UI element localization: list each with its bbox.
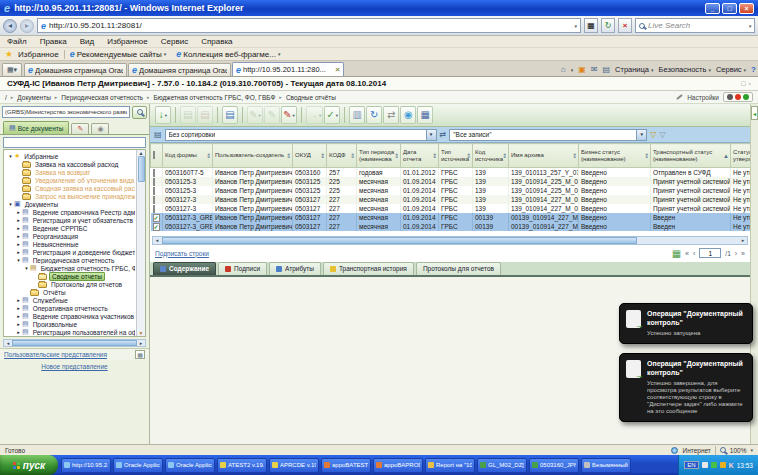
user-views-link[interactable]: Пользовательские представления <box>4 351 107 358</box>
taskbar-button[interactable]: APRCDE v.19... <box>269 458 319 473</box>
sort-icon[interactable]: ⇕ <box>286 152 291 159</box>
tree-expander-icon[interactable]: ▸ <box>15 217 22 223</box>
command-bar-item[interactable]: Безопасность▾ <box>659 65 711 74</box>
close-tab-icon[interactable]: × <box>335 65 340 74</box>
compatibility-button[interactable]: ▦ <box>584 18 598 33</box>
tree-item[interactable]: Заявка на кассовый расход <box>5 160 135 168</box>
row-checkbox[interactable] <box>153 196 155 204</box>
tree-item[interactable]: Сводная заявка на кассовый расход <box>5 184 135 192</box>
favorites-item[interactable]: eРекомендуемые сайты▾ <box>70 50 167 59</box>
taskbar-button[interactable]: 0503160_JPNG... <box>529 458 579 473</box>
language-indicator[interactable]: EN <box>684 461 698 469</box>
column-header[interactable]: Статус утвержд <box>731 144 751 168</box>
taskbar-button[interactable]: ATEST2 v.19.3... <box>217 458 267 473</box>
menu-item[interactable]: Избранное <box>107 37 148 46</box>
sort-icon[interactable]: ▲ <box>723 152 729 159</box>
settings-link[interactable]: Настройки <box>687 94 719 101</box>
tree-item[interactable]: ▸Регистрация и учет обязательств <box>5 216 135 224</box>
tree-expander-icon[interactable]: ▸ <box>15 249 22 255</box>
tree-item[interactable]: ▸Реорганизация <box>5 232 135 240</box>
detail-tab[interactable]: Протоколы для отчетов <box>416 262 501 275</box>
mail-icon[interactable]: ✉ <box>591 65 598 74</box>
tab-settings-icon[interactable]: ◉ <box>91 123 109 134</box>
start-button[interactable]: пуск <box>0 455 58 475</box>
menu-item[interactable]: Вид <box>80 37 94 46</box>
detail-tab[interactable]: Атрибуты <box>269 262 321 275</box>
sort-icon[interactable]: ⇕ <box>432 152 437 159</box>
table-row[interactable]: 0503125-3Иванов Петр Дмитриевич050312522… <box>151 186 751 195</box>
browser-tab[interactable]: eДомашняя страница Oracle ... <box>128 63 231 76</box>
tree-item[interactable]: Сводные отчеты <box>5 272 135 280</box>
column-header[interactable]: Тип периода (наименова⇕ <box>357 144 401 168</box>
views-grid-icon[interactable]: ▦ <box>135 350 145 359</box>
remove-sign-icon[interactable]: ✎▾ <box>281 106 297 124</box>
tree-item[interactable]: ▸Произвольные <box>5 320 135 328</box>
tree-expander-icon[interactable]: ▸ <box>15 305 22 311</box>
home-icon[interactable]: ⌂ <box>561 65 566 74</box>
tree-expander-icon[interactable]: ▸ <box>15 225 22 231</box>
table-hscrollbar[interactable]: ◂ ▸ <box>152 236 748 245</box>
select-all-checkbox[interactable] <box>153 151 155 159</box>
browser-tab[interactable]: ehttp://10.95.201.11:280...× <box>232 62 344 76</box>
org-search-button[interactable] <box>132 106 147 119</box>
grid-view-icon[interactable]: ▦ <box>672 248 681 259</box>
column-header[interactable]: Тип источника⇕ <box>439 144 473 168</box>
tree-expander-icon[interactable]: ▸ <box>15 313 22 319</box>
favorites-star-icon[interactable]: ★ <box>5 50 13 59</box>
column-header[interactable]: Код формы⇕ <box>163 144 213 168</box>
collapse-panel-icon[interactable]: ◂ <box>751 106 758 120</box>
swap-filter-icon[interactable]: ⇄ <box>440 130 447 139</box>
tree-item[interactable]: ▸Ведение СРРПБС <box>5 224 135 232</box>
favorites-item[interactable]: eКоллекция веб-фрагме...▾ <box>176 50 280 59</box>
taskbar-button[interactable]: Oracle Applicat... <box>165 458 215 473</box>
tree-expander-icon[interactable]: ▸ <box>15 233 22 239</box>
copy-icon[interactable]: ▥ <box>349 106 365 124</box>
tree-item[interactable]: ▸Регистрация пользователей на официально… <box>5 328 135 336</box>
breadcrumb-item[interactable]: Сводные отчёты <box>286 94 336 101</box>
menu-item[interactable]: Сервис <box>161 37 188 46</box>
taskbar-button[interactable]: http://10.95.2... <box>61 458 111 473</box>
chevron-down-icon[interactable]: ▾ <box>571 67 574 73</box>
search-input[interactable]: Live Search ▾ <box>635 18 755 33</box>
breadcrumb-item[interactable]: Документы <box>17 94 51 101</box>
taskbar-button[interactable]: Безымянный... <box>581 458 631 473</box>
table-row[interactable]: ✓0503127-3_GRBSИванов Петр Дмитриевич050… <box>151 213 751 222</box>
sort-icon[interactable]: ⇕ <box>350 152 355 159</box>
new-view-link[interactable]: Новое представление <box>41 363 107 370</box>
tree-item[interactable]: ▾Избранные <box>5 152 135 160</box>
sort-icon[interactable]: ⇕ <box>644 152 649 159</box>
column-header[interactable]: Транспортный статус (наименование)▲ <box>651 144 731 168</box>
row-checkbox[interactable]: ✓ <box>153 214 160 222</box>
column-header[interactable]: Дата отчета⇕ <box>401 144 439 168</box>
toast-notification[interactable]: Операция "Документарный контроль"Успешно… <box>619 303 753 344</box>
tree-expander-icon[interactable]: ▸ <box>15 329 22 335</box>
sort-combobox[interactable]: Без сортировки ▼ <box>165 129 437 141</box>
scrollbar-thumb[interactable] <box>12 340 137 346</box>
scrollbar-thumb[interactable] <box>162 237 637 244</box>
quick-tabs-icon[interactable]: ▦▾ <box>2 63 22 76</box>
column-header[interactable]: ОКУД⇕ <box>293 144 327 168</box>
address-dropdown-icon[interactable]: ▾ <box>574 23 577 29</box>
sort-icon[interactable]: ⇕ <box>502 152 507 159</box>
close-button[interactable]: × <box>739 3 754 14</box>
column-header[interactable]: Бизнес статус (наименование)⇕ <box>579 144 651 168</box>
detail-tab[interactable]: Подписи <box>218 262 267 275</box>
back-button[interactable]: ◂ <box>3 19 17 33</box>
row-checkbox[interactable]: ✓ <box>153 223 160 231</box>
last-page-icon[interactable]: » <box>741 250 745 257</box>
sort-icon[interactable]: ⇕ <box>320 152 325 159</box>
history-icon[interactable]: ⇄ <box>383 106 399 124</box>
tree-item[interactable]: Заявка на возврат <box>5 168 135 176</box>
minimize-button[interactable]: _ <box>705 3 720 14</box>
menu-item[interactable]: Справка <box>201 37 232 46</box>
tab-all-documents[interactable]: ▤ Все документы <box>3 121 69 134</box>
favorites-label[interactable]: Избранное <box>18 50 59 59</box>
scroll-left-icon[interactable]: ◂ <box>4 340 12 346</box>
tree-filter-input[interactable] <box>3 137 146 148</box>
scroll-right-icon[interactable]: ▸ <box>739 237 747 244</box>
table-row[interactable]: 0503127-3Иванов Петр Дмитриевич050312722… <box>151 204 751 213</box>
filter-icon[interactable]: ▽ <box>650 130 656 139</box>
scroll-left-icon[interactable]: ◂ <box>153 237 161 244</box>
scroll-right-icon[interactable]: ▸ <box>137 340 145 346</box>
sort-icon[interactable]: ⇕ <box>394 152 399 159</box>
